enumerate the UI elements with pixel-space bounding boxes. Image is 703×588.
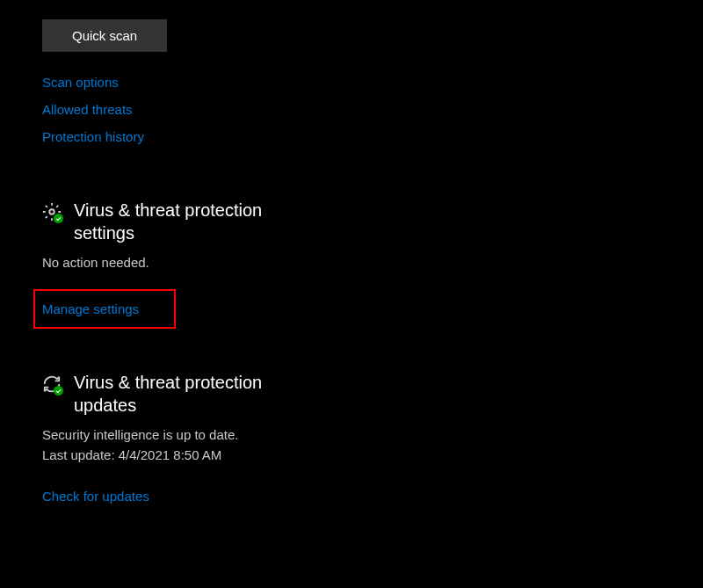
settings-section-header: Virus & threat protection settings [42,199,703,244]
settings-status-text: No action needed. [42,255,703,270]
settings-section-title: Virus & threat protection settings [74,199,320,244]
scan-options-link[interactable]: Scan options [42,75,119,90]
settings-section: Virus & threat protection settings No ac… [42,199,703,329]
check-badge-icon [54,214,63,223]
svg-point-0 [49,209,54,214]
scan-links-list: Scan options Allowed threats Protection … [42,75,703,144]
check-updates-wrapper: Check for updates [42,489,703,504]
allowed-threats-link[interactable]: Allowed threats [42,102,133,117]
updates-section-header: Virus & threat protection updates [42,371,703,417]
refresh-icon [42,374,62,394]
manage-settings-link[interactable]: Manage settings [42,301,139,316]
updates-status-text: Security intelligence is up to date. [42,427,703,442]
quick-scan-button[interactable]: Quick scan [42,19,167,52]
check-badge-icon [54,386,63,396]
protection-history-link[interactable]: Protection history [42,129,144,144]
updates-section: Virus & threat protection updates Securi… [42,371,703,504]
last-update-text: Last update: 4/4/2021 8:50 AM [42,447,703,462]
check-for-updates-link[interactable]: Check for updates [42,489,149,504]
gear-icon [42,202,62,221]
updates-section-title: Virus & threat protection updates [74,371,320,417]
manage-settings-highlight: Manage settings [33,289,176,329]
